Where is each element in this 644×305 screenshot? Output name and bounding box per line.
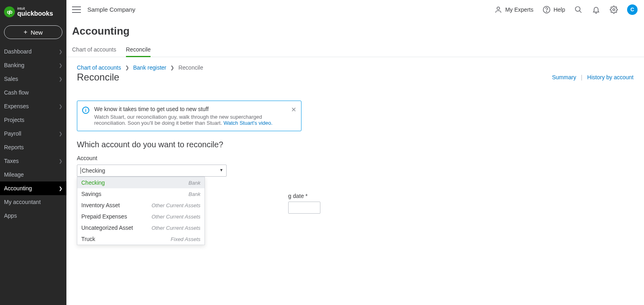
- ending-date-field-partial: g date *: [288, 193, 320, 214]
- sidebar-item-expenses[interactable]: Expenses❯: [0, 99, 66, 113]
- account-select-input[interactable]: Checking: [77, 165, 227, 177]
- tabs: Chart of accounts Reconcile: [66, 42, 644, 57]
- brand-logo: qb intuit quickbooks: [0, 4, 66, 23]
- tab-reconcile[interactable]: Reconcile: [126, 42, 151, 57]
- search-icon[interactable]: [574, 5, 583, 14]
- history-link[interactable]: History by account: [587, 74, 634, 80]
- dropdown-option-prepaid-expenses[interactable]: Prepaid Expenses Other Current Assets: [77, 211, 204, 222]
- topbar: Sample Company My Experts Help: [66, 0, 644, 19]
- brand-product: quickbooks: [17, 10, 53, 17]
- breadcrumb-link-chart[interactable]: Chart of accounts: [77, 64, 121, 71]
- reconcile-prompt: Which account do you want to reconcile?: [77, 140, 634, 149]
- account-dropdown: Checking Bank Savings Bank Inventory Ass…: [77, 177, 205, 245]
- chevron-right-icon: ❯: [59, 49, 62, 54]
- chevron-right-icon: ❯: [59, 159, 62, 164]
- account-select[interactable]: Checking ▼ Checking Bank Savings Bank: [77, 165, 227, 177]
- sidebar-item-apps[interactable]: Apps: [0, 209, 66, 223]
- summary-link[interactable]: Summary: [552, 74, 576, 80]
- right-links: Summary | History by account: [552, 74, 634, 80]
- page-title: Accounting: [66, 25, 644, 42]
- sidebar-item-myaccountant[interactable]: My accountant: [0, 195, 66, 209]
- svg-point-5: [613, 8, 615, 10]
- info-title: We know it takes time to get used to new…: [94, 106, 287, 112]
- tab-chart-of-accounts[interactable]: Chart of accounts: [72, 42, 116, 57]
- bell-icon[interactable]: [592, 5, 601, 14]
- sidebar-item-taxes[interactable]: Taxes❯: [0, 154, 66, 168]
- question-circle-icon: [542, 5, 551, 14]
- chevron-right-icon: ❯: [59, 63, 62, 68]
- chevron-right-icon: ❯: [125, 65, 129, 70]
- sidebar-item-banking[interactable]: Banking❯: [0, 58, 66, 72]
- sidebar-item-cashflow[interactable]: Cash flow: [0, 86, 66, 99]
- qb-logo-icon: qb: [4, 6, 15, 17]
- sidebar-item-dashboard[interactable]: Dashboard❯: [0, 45, 66, 58]
- close-icon[interactable]: ✕: [291, 106, 296, 113]
- info-video-link[interactable]: Watch Stuart's video.: [223, 120, 272, 126]
- breadcrumb-link-bank-register[interactable]: Bank register: [133, 64, 166, 71]
- new-button[interactable]: + New: [4, 25, 62, 39]
- page: Accounting Chart of accounts Reconcile C…: [66, 19, 644, 248]
- chevron-right-icon: ❯: [59, 104, 62, 109]
- content: Chart of accounts ❯ Bank register ❯ Reco…: [66, 57, 644, 248]
- sidebar-item-sales[interactable]: Sales❯: [0, 72, 66, 86]
- person-icon: [494, 5, 503, 14]
- breadcrumb-current: Reconcile: [178, 64, 203, 71]
- info-icon: i: [82, 107, 89, 114]
- chevron-right-icon: ❯: [59, 186, 62, 191]
- company-name: Sample Company: [87, 6, 135, 13]
- ending-date-label: g date *: [288, 193, 320, 199]
- breadcrumb: Chart of accounts ❯ Bank register ❯ Reco…: [77, 64, 634, 71]
- dropdown-option-uncategorized-asset[interactable]: Uncategorized Asset Other Current Assets: [77, 222, 204, 233]
- info-body: Watch Stuart, our reconciliation guy, wa…: [94, 114, 287, 126]
- sidebar-item-projects[interactable]: Projects: [0, 113, 66, 127]
- info-banner: i ✕ We know it takes time to get used to…: [77, 101, 301, 131]
- account-label: Account: [77, 155, 634, 161]
- svg-point-2: [547, 11, 547, 11]
- sidebar: qb intuit quickbooks + New Dashboard❯ Ba…: [0, 0, 66, 305]
- sub-title: Reconcile: [77, 72, 119, 83]
- dropdown-option-inventory-asset[interactable]: Inventory Asset Other Current Assets: [77, 200, 204, 211]
- svg-point-3: [576, 6, 580, 11]
- my-experts-button[interactable]: My Experts: [494, 5, 533, 14]
- svg-point-0: [497, 7, 500, 10]
- gear-icon[interactable]: [609, 5, 618, 14]
- dropdown-option-checking[interactable]: Checking Bank: [77, 177, 204, 188]
- menu-toggle-icon[interactable]: [72, 5, 81, 14]
- sidebar-item-mileage[interactable]: Mileage: [0, 168, 66, 181]
- svg-line-4: [580, 10, 582, 12]
- main: Sample Company My Experts Help: [66, 0, 644, 305]
- sidebar-item-reports[interactable]: Reports: [0, 140, 66, 154]
- help-button[interactable]: Help: [542, 5, 565, 14]
- ending-date-input[interactable]: [288, 202, 320, 214]
- sidebar-item-accounting[interactable]: Accounting❯: [0, 181, 66, 195]
- avatar[interactable]: C: [627, 4, 638, 15]
- dropdown-option-truck[interactable]: Truck Fixed Assets: [77, 233, 204, 245]
- sidebar-nav: Dashboard❯ Banking❯ Sales❯ Cash flow Exp…: [0, 45, 66, 223]
- sidebar-item-payroll[interactable]: Payroll❯: [0, 127, 66, 140]
- chevron-right-icon: ❯: [59, 131, 62, 136]
- dropdown-option-savings[interactable]: Savings Bank: [77, 188, 204, 200]
- text-cursor: [80, 167, 81, 174]
- chevron-right-icon: ❯: [170, 65, 174, 70]
- new-button-label: New: [31, 29, 43, 36]
- plus-icon: +: [24, 29, 27, 36]
- chevron-right-icon: ❯: [59, 76, 62, 82]
